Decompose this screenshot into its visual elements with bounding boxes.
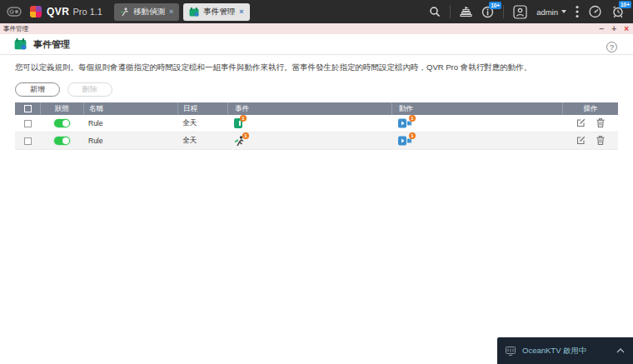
app-tabs: 移動偵測 × 事件管理 × <box>114 3 250 21</box>
alarm-badge: 10+ <box>619 1 631 8</box>
edit-icon[interactable] <box>576 118 586 129</box>
notifications-info-icon[interactable]: 10+ <box>481 6 494 18</box>
main-menu-icon[interactable] <box>7 6 22 17</box>
qvr-pro-logo[interactable]: QVR Pro 1.1 <box>30 6 102 17</box>
product-version: Pro 1.1 <box>73 7 102 17</box>
alarm-icon[interactable]: 10+ <box>611 5 625 18</box>
chevron-up-icon[interactable] <box>616 348 625 353</box>
recording-action-icon[interactable]: 1 <box>398 118 411 128</box>
action-count-badge: 1 <box>409 132 416 139</box>
tab-close-icon[interactable]: × <box>169 7 173 16</box>
status-toggle[interactable] <box>54 119 70 127</box>
add-button[interactable]: 新增 <box>15 82 60 97</box>
info-badge: 10+ <box>489 2 501 9</box>
maximize-button[interactable]: + <box>611 25 616 33</box>
toolbar-divider <box>450 5 451 18</box>
oceanktv-label: OceanKTV 啟用中 <box>522 346 587 357</box>
rule-schedule: 全天 <box>177 115 227 132</box>
row-checkbox[interactable] <box>24 120 32 127</box>
search-icon[interactable] <box>429 6 441 17</box>
product-name: QVR <box>47 6 70 17</box>
event-management-icon <box>189 7 199 17</box>
rules-table: 狀態 名稱 日程 事件 動作 操作 Rule 全天 1 <box>15 102 618 150</box>
column-schedule[interactable]: 日程 <box>177 102 227 115</box>
window-title: 事件管理 <box>3 25 28 33</box>
event-management-panel: 事件管理 ? 您可以定義規則。每個規則會遵循指定的時間設定檔和一組事件與動作來執… <box>0 34 633 364</box>
event-count-badge: 1 <box>242 132 249 139</box>
page-title: 事件管理 <box>33 38 70 51</box>
qvr-logo-icon <box>30 6 42 17</box>
resource-monitor-icon[interactable] <box>588 5 602 18</box>
tab-event-management[interactable]: 事件管理 × <box>183 3 249 21</box>
rule-name: Rule <box>83 132 177 149</box>
column-status[interactable]: 狀態 <box>40 102 83 115</box>
page-header: 事件管理 ? <box>0 34 633 55</box>
column-event[interactable]: 事件 <box>227 102 391 115</box>
recording-action-icon[interactable]: 1 <box>398 136 411 146</box>
status-toggle[interactable] <box>54 137 70 145</box>
user-icon[interactable] <box>513 5 527 19</box>
tab-close-icon[interactable]: × <box>239 7 243 16</box>
chevron-down-icon <box>561 10 566 13</box>
top-bar: QVR Pro 1.1 移動偵測 × 事件管理 × <box>0 0 633 23</box>
description-text: 您可以定義規則。每個規則會遵循指定的時間設定檔和一組事件與動作來執行。當事件發生… <box>15 62 618 73</box>
username: admin <box>536 7 558 17</box>
window-titlebar: 事件管理 − + × <box>0 23 633 34</box>
help-icon[interactable]: ? <box>606 42 617 52</box>
motion-detection-icon <box>120 7 129 17</box>
more-options-icon[interactable] <box>576 5 579 18</box>
table-header: 狀態 名稱 日程 事件 動作 操作 <box>15 102 618 115</box>
edit-icon[interactable] <box>576 136 586 147</box>
column-name[interactable]: 名稱 <box>83 102 177 115</box>
tab-motion-detection[interactable]: 移動偵測 × <box>114 3 179 21</box>
event-management-icon <box>14 38 27 50</box>
minimize-button[interactable]: − <box>599 25 604 33</box>
row-checkbox[interactable] <box>24 137 32 145</box>
motion-detection-event-icon[interactable]: 1 <box>234 136 245 147</box>
delete-button[interactable]: 刪除 <box>67 82 112 97</box>
rule-name: Rule <box>83 115 177 132</box>
column-operations[interactable]: 操作 <box>562 102 618 115</box>
event-log-icon[interactable] <box>460 6 472 17</box>
event-count-badge: 1 <box>240 115 247 122</box>
toolbar-divider <box>503 5 504 18</box>
tab-label: 事件管理 <box>203 7 235 17</box>
select-all-checkbox[interactable] <box>24 105 32 112</box>
action-count-badge: 1 <box>409 115 416 122</box>
table-row: Rule 全天 1 <box>15 132 618 150</box>
column-action[interactable]: 動作 <box>391 102 562 115</box>
toolbar: 新增 刪除 <box>15 82 633 97</box>
oceanktv-icon <box>506 347 516 356</box>
table-row: Rule 全天 1 1 <box>15 115 618 132</box>
tab-label: 移動偵測 <box>133 7 165 17</box>
alarm-input-event-icon[interactable]: 1 <box>234 118 242 128</box>
close-button[interactable]: × <box>624 25 629 33</box>
delete-icon[interactable] <box>596 118 605 129</box>
oceanktv-status-bar[interactable]: OceanKTV 啟用中 <box>497 337 633 364</box>
rule-schedule: 全天 <box>177 132 227 149</box>
delete-icon[interactable] <box>596 136 605 147</box>
admin-menu[interactable]: admin <box>536 7 566 17</box>
